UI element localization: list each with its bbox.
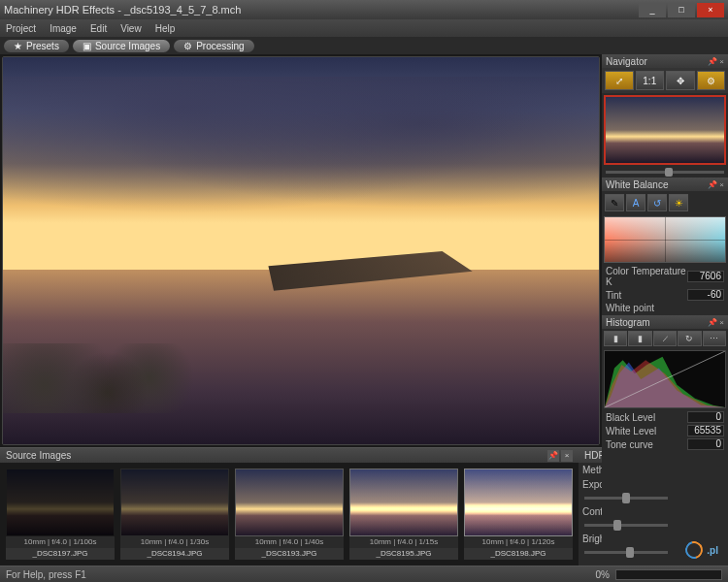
star-icon: ★ [14,41,22,51]
wb-temp-label: Color Temperature K [606,266,687,287]
menu-edit[interactable]: Edit [90,23,107,34]
progress-bar [615,569,722,580]
thumb-image [349,469,458,536]
thumb-filename: _DSC8195.JPG [349,548,458,560]
tab-presets[interactable]: ★Presets [4,40,69,52]
wb-temp-value[interactable]: 7606 [687,271,724,282]
white-balance-panel: White Balance📌× ✎ A ↺ ☀ Color Temperatur… [602,178,728,314]
thumb-meta: 10mm | f/4.0 | 1/30s [120,536,229,548]
hist-curve-button[interactable]: ⟋ [653,331,677,346]
thumb-filename: _DSC8194.JPG [120,548,229,560]
wb-title: White Balance [606,179,668,190]
thumb-filename: _DSC8198.JPG [464,548,573,560]
wb-sun-button[interactable]: ☀ [669,194,688,211]
close-icon[interactable]: × [719,57,724,66]
progress-label: 0% [596,569,610,580]
menubar: Project Image Edit View Help [0,19,728,37]
black-level-label: Black Level [606,412,687,423]
hist-more-button[interactable]: ⋯ [703,331,726,346]
source-thumb[interactable]: 10mm | f/4.0 | 1/15s_DSC8195.JPG [349,469,458,560]
maximize-button[interactable]: □ [668,3,695,17]
source-thumb[interactable]: 10mm | f/4.0 | 1/120s_DSC8198.JPG [464,469,573,560]
main-preview[interactable] [2,56,600,445]
nav-options-button[interactable]: ⚙ [697,71,726,90]
menu-project[interactable]: Project [6,23,36,34]
preview-image [3,57,599,444]
histogram-display[interactable] [604,350,726,408]
wb-color-picker[interactable] [604,216,726,263]
titlebar: Machinery HDR Effects - _dsc5193_4_5_7_8… [0,0,728,19]
nav-pan-button[interactable]: ✥ [666,71,695,90]
grid-icon: ▣ [83,41,91,51]
wb-reset-button[interactable]: ↺ [647,194,667,211]
tab-processing[interactable]: ⚙Processing [174,40,253,52]
tab-bar: ★Presets ▣Source Images ⚙Processing [0,37,728,54]
source-thumb[interactable]: 10mm | f/4.0 | 1/100s_DSC8197.JPG [6,469,115,560]
watermark-text: .pl [707,545,718,556]
black-level-value[interactable]: 0 [687,411,724,423]
wb-auto-button[interactable]: A [626,194,645,211]
tab-presets-label: Presets [26,41,59,51]
thumb-meta: 10mm | f/4.0 | 1/100s [6,536,115,548]
menu-view[interactable]: View [120,23,142,34]
source-thumb[interactable]: 10mm | f/4.0 | 1/40s_DSC8193.JPG [235,469,344,560]
panel-pin-icon[interactable]: 📌 [547,450,559,462]
thumb-image [120,469,229,536]
minimize-button[interactable]: _ [639,3,666,17]
close-button[interactable]: × [697,3,724,17]
thumb-image [235,469,344,536]
wb-tint-value[interactable]: -60 [687,289,724,301]
close-icon[interactable]: × [719,318,724,327]
swirl-icon [682,538,707,563]
status-help-text: For Help, press F1 [6,569,86,580]
menu-image[interactable]: Image [50,23,77,34]
wb-whitepoint-label: White point [606,303,724,313]
source-thumb[interactable]: 10mm | f/4.0 | 1/30s_DSC8194.JPG [120,469,229,560]
tab-processing-label: Processing [196,41,244,51]
window-title: Machinery HDR Effects - _dsc5193_4_5_7_8… [4,4,639,16]
source-panel-title: Source Images [6,450,71,461]
tab-source-label: Source Images [95,41,160,51]
nav-1to1-button[interactable]: 1:1 [636,71,665,90]
wb-picker-button[interactable]: ✎ [605,194,624,211]
close-icon[interactable]: × [719,180,724,189]
navigator-panel: Navigator📌× ⤢ 1:1 ✥ ⚙ [602,54,728,177]
navigator-preview[interactable] [604,95,726,165]
tone-curve-value[interactable]: 0 [687,438,724,450]
thumb-filename: _DSC8197.JPG [6,548,115,560]
wb-tint-label: Tint [606,290,687,301]
thumb-image [6,469,115,536]
thumb-image [464,469,573,536]
thumb-meta: 10mm | f/4.0 | 1/120s [464,536,573,548]
white-level-value[interactable]: 65535 [687,425,724,436]
panel-close-icon[interactable]: × [561,450,573,462]
pin-icon[interactable]: 📌 [708,57,717,66]
watermark: .pl [685,541,718,559]
source-images-panel: Source Images 📌 × 10mm | f/4.0 | 1/100s_… [0,447,579,566]
tab-source-images[interactable]: ▣Source Images [73,40,170,52]
thumb-meta: 10mm | f/4.0 | 1/40s [235,536,344,548]
pin-icon[interactable]: 📌 [708,180,717,189]
thumb-filename: _DSC8193.JPG [235,548,344,560]
menu-help[interactable]: Help [155,23,176,34]
navigator-zoom-slider[interactable] [602,167,728,177]
gear-icon: ⚙ [183,41,192,51]
navigator-title: Navigator [606,56,647,67]
statusbar: For Help, press F1 0% [0,566,728,582]
pin-icon[interactable]: 📌 [708,318,717,327]
nav-fit-button[interactable]: ⤢ [605,71,634,90]
tone-curve-label: Tone curve [606,439,687,450]
hist-refresh-button[interactable]: ↻ [678,331,701,346]
hist-lum-button[interactable]: ▮ [628,331,651,346]
thumb-meta: 10mm | f/4.0 | 1/15s [349,536,458,548]
hist-rgb-button[interactable]: ▮ [604,331,627,346]
histogram-title: Histogram [606,317,650,328]
white-level-label: White Level [606,426,687,436]
